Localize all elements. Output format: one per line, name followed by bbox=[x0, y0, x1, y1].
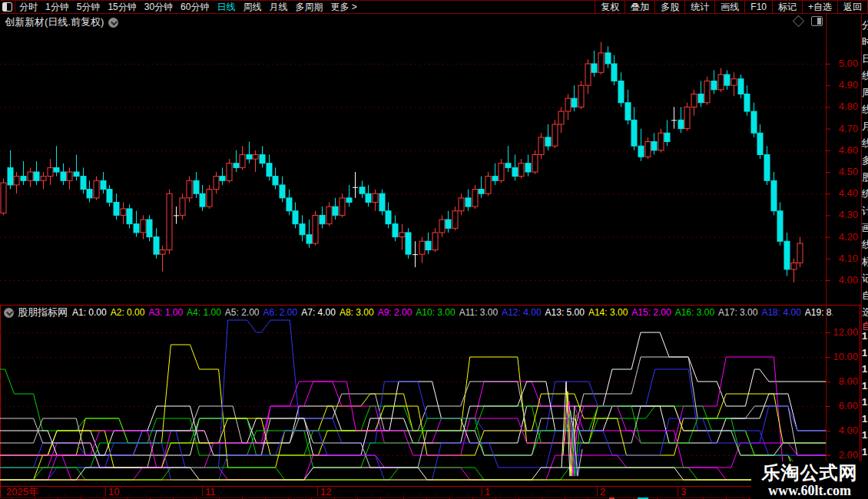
indicator-value-A10: A10: 3.00 bbox=[416, 307, 455, 318]
indicator-value-A9: A9: 2.00 bbox=[378, 307, 412, 318]
clipped-right-panel: 分时日线周线月线多股统计画线标记自选自111111111 bbox=[862, 14, 868, 499]
tool-item-7[interactable]: +自选 bbox=[803, 1, 838, 13]
trading-app-window: 5.004.904.804.704.604.504.404.304.204.10… bbox=[0, 0, 868, 499]
watermark-title: 乐淘公式网 bbox=[762, 463, 858, 483]
price-axis-label: 4.60 bbox=[839, 144, 858, 156]
period-item-6[interactable]: 日线 bbox=[213, 1, 239, 14]
period-item-7[interactable]: 周线 bbox=[239, 1, 265, 14]
period-item-2[interactable]: 5分钟 bbox=[73, 1, 104, 14]
watermark-url: www.60lt.com bbox=[768, 483, 851, 498]
indicator-value-A18: A18: 4.00 bbox=[761, 307, 800, 318]
tool-item-2[interactable]: 多股 bbox=[655, 1, 685, 13]
tools-menu: 复权叠加多股统计画线F10标记+自选返回 bbox=[595, 1, 868, 13]
indicator-axis-label: 6.00 bbox=[839, 400, 858, 411]
tool-item-3[interactable]: 统计 bbox=[685, 1, 715, 13]
clipped-digit: 1 bbox=[862, 380, 868, 392]
clipped-digit: 1 bbox=[862, 413, 868, 425]
charts-canvas: 5.004.904.804.704.604.504.404.304.204.10… bbox=[0, 0, 868, 499]
indicator-axis-label: 8.00 bbox=[839, 375, 858, 387]
indicator-value-A1: A1: 0.00 bbox=[72, 307, 107, 318]
tool-item-5[interactable]: F10 bbox=[745, 1, 773, 13]
indicator-value-A4: A4: 1.00 bbox=[187, 307, 221, 318]
indicator-axis-label: 4.00 bbox=[839, 425, 858, 436]
month-label: 2 bbox=[600, 486, 605, 497]
clipped-glyph: 统 bbox=[862, 187, 868, 201]
period-item-5[interactable]: 60分钟 bbox=[177, 1, 213, 14]
indicator-value-A8: A8: 3.00 bbox=[340, 307, 374, 318]
indicator-value-A13: A13: 5.00 bbox=[545, 307, 585, 318]
price-axis-label: 5.00 bbox=[839, 58, 858, 69]
clipped-digit: 1 bbox=[862, 347, 868, 359]
clipped-glyph: 画 bbox=[862, 221, 868, 235]
indicator-value-A5: A5: 2.00 bbox=[225, 307, 260, 318]
clipped-glyph: 月 bbox=[862, 120, 868, 134]
clipped-digit: 1 bbox=[862, 330, 868, 342]
clipped-digit: 1 bbox=[862, 429, 868, 441]
clipped-glyph: 分 bbox=[862, 18, 868, 32]
price-axis-label: 4.00 bbox=[839, 274, 858, 286]
clipped-glyph: 周 bbox=[862, 86, 868, 100]
price-axis-label: 4.90 bbox=[839, 79, 858, 91]
clipped-digit: 1 bbox=[862, 446, 868, 458]
period-item-9[interactable]: 多周期 bbox=[291, 1, 326, 14]
chart-title-row: 创新新材(日线.前复权) bbox=[0, 15, 868, 29]
month-label: 1 bbox=[485, 486, 490, 497]
tool-item-1[interactable]: 叠加 bbox=[625, 1, 655, 13]
indicator-lines bbox=[0, 320, 826, 480]
price-axis-label: 4.40 bbox=[839, 187, 858, 199]
indicator-value-A2: A2: 0.00 bbox=[111, 307, 145, 318]
diamond-icon[interactable] bbox=[793, 15, 805, 28]
chart-corner-icons bbox=[794, 16, 823, 26]
price-axis-label: 4.70 bbox=[839, 123, 858, 134]
clipped-glyph: 股 bbox=[862, 170, 868, 184]
price-axis-label: 4.80 bbox=[839, 101, 858, 112]
indicator-header-row: 股朋指标网 A1: 0.00A2: 0.00A3: 1.00A4: 1.00A5… bbox=[0, 306, 868, 319]
watermark: 乐淘公式网 www.60lt.com bbox=[751, 461, 868, 499]
period-item-10[interactable]: 更多 > bbox=[326, 1, 360, 14]
clipped-glyph: 时 bbox=[862, 35, 868, 49]
indicator-value-A12: A12: 4.00 bbox=[502, 307, 541, 318]
pane-toggle-icon[interactable] bbox=[811, 16, 823, 26]
chevron-down-icon[interactable] bbox=[4, 308, 14, 318]
clipped-glyph: 记 bbox=[862, 272, 868, 286]
period-item-8[interactable]: 月线 bbox=[265, 1, 291, 14]
chevron-down-icon[interactable] bbox=[108, 18, 118, 28]
clipped-glyph: 标 bbox=[862, 255, 868, 269]
indicator-values: A1: 0.00A2: 0.00A3: 1.00A4: 1.00A5: 2.00… bbox=[72, 307, 833, 318]
period-item-0[interactable]: 分时 bbox=[15, 1, 41, 14]
period-item-1[interactable]: 1分钟 bbox=[41, 1, 73, 14]
indicator-value-A11: A11: 3.00 bbox=[459, 307, 498, 318]
indicator-axis-label: 10.00 bbox=[833, 351, 858, 362]
indicator-value-A17: A17: 3.00 bbox=[718, 307, 757, 318]
chart-title: 创新新材(日线.前复权) bbox=[5, 15, 104, 29]
clipped-glyph: 选 bbox=[862, 306, 868, 319]
price-axis-label: 4.10 bbox=[839, 253, 858, 264]
indicator-value-A6: A6: 2.00 bbox=[263, 307, 298, 318]
period-menu: 分时1分钟5分钟15分钟30分钟60分钟日线周线月线多周期更多 > bbox=[15, 1, 361, 13]
price-axis-label: 4.20 bbox=[839, 231, 858, 243]
indicator-value-A14: A14: 3.00 bbox=[588, 307, 628, 318]
month-label: 10 bbox=[108, 486, 119, 497]
indicator-value-A7: A7: 4.00 bbox=[301, 307, 336, 318]
clipped-glyph: 线 bbox=[862, 103, 868, 117]
tool-item-0[interactable]: 复权 bbox=[595, 1, 625, 13]
indicator-axis-label: 12.00 bbox=[833, 326, 858, 338]
year-label: 2025年 bbox=[6, 486, 38, 497]
month-label: 3 bbox=[681, 486, 686, 497]
indicator-value-A16: A16: 3.00 bbox=[675, 307, 714, 318]
tool-item-6[interactable]: 标记 bbox=[773, 1, 803, 13]
period-item-4[interactable]: 30分钟 bbox=[141, 1, 177, 14]
price-axis-label: 4.30 bbox=[839, 209, 858, 220]
indicator-axis-label: 2.00 bbox=[839, 449, 858, 461]
price-axis-label: 4.50 bbox=[839, 166, 858, 177]
month-label: 12 bbox=[320, 486, 331, 497]
tool-item-8[interactable]: 返回 bbox=[838, 1, 867, 13]
layout-toggle-button[interactable] bbox=[0, 1, 15, 13]
indicator-name[interactable]: 股朋指标网 bbox=[18, 306, 68, 319]
period-menubar: 分时1分钟5分钟15分钟30分钟60分钟日线周线月线多周期更多 > 复权叠加多股… bbox=[0, 0, 868, 14]
tool-item-4[interactable]: 画线 bbox=[715, 1, 745, 13]
clipped-glyph: 线 bbox=[862, 137, 868, 150]
period-item-3[interactable]: 15分钟 bbox=[104, 1, 140, 14]
clipped-glyph: 多 bbox=[862, 154, 868, 167]
indicator-value-A3: A3: 1.00 bbox=[148, 307, 183, 318]
